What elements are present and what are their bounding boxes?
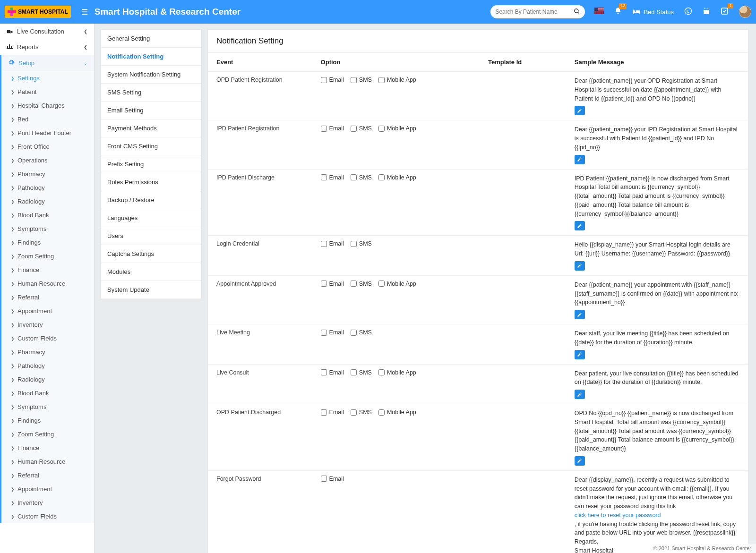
option-sms-checkbox[interactable] — [351, 241, 357, 247]
edit-button[interactable] — [575, 106, 585, 115]
settings-tab[interactable]: Payment Methods — [101, 119, 201, 137]
setup-sub-item[interactable]: ❯Blood Bank — [1, 386, 94, 400]
option-mobile-checkbox[interactable] — [378, 409, 385, 416]
option-email-checkbox[interactable] — [321, 281, 327, 287]
option-email-checkbox[interactable] — [321, 174, 327, 180]
setup-sub-item[interactable]: ❯Findings — [1, 414, 94, 427]
setup-sub-item[interactable]: ❯Patient — [1, 85, 94, 99]
search-input[interactable] — [495, 9, 574, 15]
setup-sub-item[interactable]: ❯Custom Fields — [1, 332, 94, 345]
option-email-checkbox[interactable] — [321, 409, 327, 416]
option-mobile[interactable]: Mobile App — [378, 125, 416, 132]
setup-sub-item[interactable]: ❯Human Resource — [1, 455, 94, 468]
setup-sub-item[interactable]: ❯Referral — [1, 468, 94, 482]
settings-tab[interactable]: Users — [101, 227, 201, 245]
setup-sub-item[interactable]: ❯Pathology — [1, 359, 94, 373]
setup-sub-item[interactable]: ❯Inventory — [1, 318, 94, 332]
option-sms[interactable]: SMS — [351, 369, 372, 376]
setup-sub-item[interactable]: ❯Hospital Charges — [1, 99, 94, 112]
edit-button[interactable] — [575, 390, 585, 399]
settings-tab[interactable]: Notification Setting — [101, 48, 201, 66]
option-sms-checkbox[interactable] — [351, 77, 357, 83]
settings-tab[interactable]: Modules — [101, 263, 201, 281]
nav-reports[interactable]: Reports ❮ — [0, 39, 94, 55]
language-flag-icon[interactable] — [594, 8, 604, 16]
bell-icon[interactable]: 12 — [614, 7, 622, 17]
option-sms-checkbox[interactable] — [351, 281, 357, 287]
edit-button[interactable] — [575, 221, 585, 230]
option-sms[interactable]: SMS — [351, 125, 372, 132]
search-icon[interactable] — [574, 8, 580, 16]
settings-tab[interactable]: General Setting — [101, 30, 201, 48]
bed-status-link[interactable]: Bed Status — [632, 9, 674, 16]
setup-sub-item[interactable]: ❯Custom Fields — [1, 510, 94, 523]
option-sms[interactable]: SMS — [351, 409, 372, 416]
setup-sub-item[interactable]: ❯Findings — [1, 236, 94, 249]
user-avatar[interactable] — [739, 6, 751, 18]
option-mobile[interactable]: Mobile App — [378, 369, 416, 376]
option-mobile-checkbox[interactable] — [378, 369, 385, 375]
setup-sub-item[interactable]: ❯Bed — [1, 112, 94, 126]
option-mobile-checkbox[interactable] — [378, 281, 385, 287]
edit-button[interactable] — [575, 456, 585, 466]
nav-live-consultation[interactable]: ■▸ Live Consultation ❮ — [0, 24, 94, 39]
settings-tab[interactable]: Prefix Setting — [101, 155, 201, 173]
setup-sub-item[interactable]: ❯Pharmacy — [1, 345, 94, 359]
settings-tab[interactable]: Roles Permissions — [101, 173, 201, 191]
option-mobile[interactable]: Mobile App — [378, 281, 416, 287]
option-sms-checkbox[interactable] — [351, 174, 357, 180]
option-sms-checkbox[interactable] — [351, 409, 357, 416]
setup-sub-item[interactable]: ❯Settings — [1, 71, 94, 85]
option-email-checkbox[interactable] — [321, 126, 327, 132]
option-mobile-checkbox[interactable] — [378, 77, 385, 83]
setup-sub-item[interactable]: ❯Operations — [1, 153, 94, 167]
option-email-checkbox[interactable] — [321, 476, 327, 482]
setup-sub-item[interactable]: ❯Radiology — [1, 373, 94, 386]
option-mobile[interactable]: Mobile App — [378, 174, 416, 181]
option-sms-checkbox[interactable] — [351, 330, 357, 336]
option-email-checkbox[interactable] — [321, 241, 327, 247]
option-mobile[interactable]: Mobile App — [378, 77, 416, 83]
option-email-checkbox[interactable] — [321, 330, 327, 336]
option-email[interactable]: Email — [321, 125, 344, 132]
setup-sub-item[interactable]: ❯Front Office — [1, 140, 94, 153]
option-sms[interactable]: SMS — [351, 77, 372, 83]
setup-sub-item[interactable]: ❯Blood Bank — [1, 208, 94, 222]
option-sms[interactable]: SMS — [351, 174, 372, 181]
option-email[interactable]: Email — [321, 369, 344, 376]
setup-sub-item[interactable]: ❯Pharmacy — [1, 167, 94, 181]
option-email[interactable]: Email — [321, 240, 344, 247]
setup-sub-item[interactable]: ❯Pathology — [1, 181, 94, 195]
setup-sub-item[interactable]: ❯Appointment — [1, 482, 94, 496]
settings-tab[interactable]: System Notification Setting — [101, 66, 201, 84]
settings-tab[interactable]: Languages — [101, 209, 201, 227]
option-email[interactable]: Email — [321, 77, 344, 83]
option-sms-checkbox[interactable] — [351, 369, 357, 375]
settings-tab[interactable]: System Update — [101, 281, 201, 299]
edit-button[interactable] — [575, 310, 585, 319]
whatsapp-icon[interactable] — [684, 7, 692, 17]
task-check-icon[interactable]: 1 — [721, 7, 729, 17]
option-email[interactable]: Email — [321, 281, 344, 287]
edit-button[interactable] — [575, 261, 585, 271]
option-email[interactable]: Email — [321, 409, 344, 416]
sidebar-toggle-icon[interactable]: ☰ — [81, 8, 88, 17]
setup-sub-item[interactable]: ❯Symptoms — [1, 400, 94, 414]
setup-sub-item[interactable]: ❯Zoom Setting — [1, 427, 94, 441]
option-email[interactable]: Email — [321, 329, 344, 336]
settings-tab[interactable]: Backup / Restore — [101, 191, 201, 209]
option-sms-checkbox[interactable] — [351, 126, 357, 132]
settings-tab[interactable]: Email Setting — [101, 102, 201, 119]
edit-button[interactable] — [575, 350, 585, 359]
option-sms[interactable]: SMS — [351, 281, 372, 287]
calendar-icon[interactable] — [703, 7, 710, 17]
option-email-checkbox[interactable] — [321, 77, 327, 83]
setup-sub-item[interactable]: ❯Finance — [1, 441, 94, 455]
option-email[interactable]: Email — [321, 174, 344, 181]
setup-sub-item[interactable]: ❯Inventory — [1, 496, 94, 510]
option-email[interactable]: Email — [321, 476, 344, 482]
nav-setup[interactable]: Setup ⌄ — [1, 55, 94, 71]
patient-search[interactable] — [490, 5, 585, 18]
option-mobile-checkbox[interactable] — [378, 174, 385, 180]
settings-tab[interactable]: Captcha Settings — [101, 245, 201, 263]
